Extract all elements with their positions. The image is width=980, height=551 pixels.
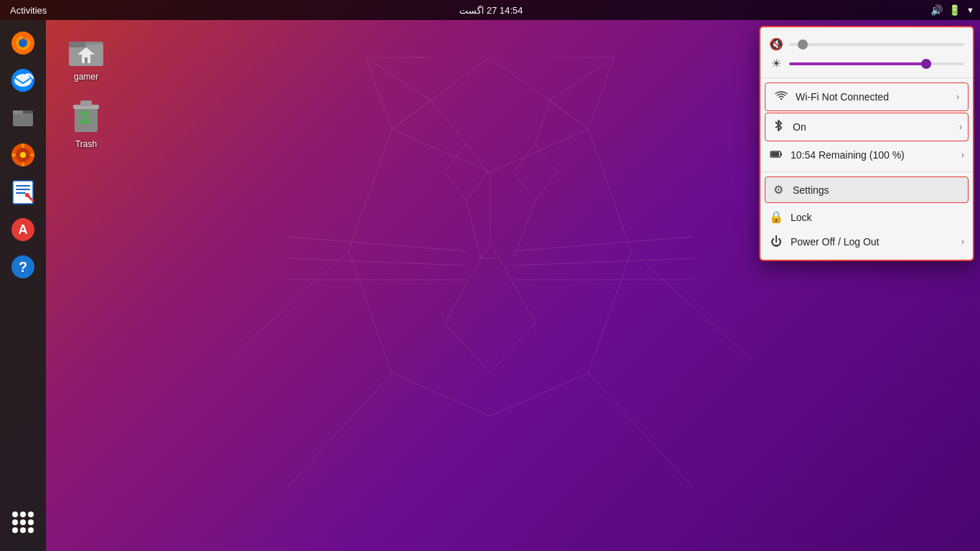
svg-line-6 xyxy=(287,237,466,251)
wifi-menu-item[interactable]: Wi-Fi Not Connected › xyxy=(765,83,969,111)
dock-item-files[interactable] xyxy=(6,100,40,135)
lock-label: Lock xyxy=(791,212,964,223)
appstore-icon: A xyxy=(10,217,36,242)
svg-point-39 xyxy=(20,152,26,158)
poweroff-menu-item[interactable]: ⏻ Power Off / Log Out › xyxy=(760,230,973,254)
sound-icon[interactable]: 🔊 xyxy=(930,4,943,16)
svg-point-49 xyxy=(25,193,29,197)
svg-rect-46 xyxy=(16,185,30,187)
svg-line-10 xyxy=(514,258,693,265)
svg-marker-5 xyxy=(550,57,614,129)
home-folder-svg xyxy=(66,29,106,69)
topbar-right: 🔊 🔋 ▼ xyxy=(930,4,974,16)
system-menu-button[interactable]: ▼ xyxy=(966,6,974,14)
bluetooth-menu-item[interactable]: On › xyxy=(765,113,969,141)
trash-svg xyxy=(66,96,106,136)
grid-icon xyxy=(12,512,34,533)
svg-line-21 xyxy=(287,373,392,488)
desktop-icon-gamer[interactable]: gamer xyxy=(57,29,115,82)
dock-item-thunderbird[interactable] xyxy=(6,63,40,98)
wifi-arrow: › xyxy=(956,92,959,102)
svg-rect-62 xyxy=(80,100,92,106)
folder-home-icon xyxy=(66,29,106,69)
firefox-icon xyxy=(10,30,36,56)
battery-svg xyxy=(770,150,783,159)
svg-line-22 xyxy=(588,373,693,488)
svg-line-12 xyxy=(392,129,490,172)
svg-line-23 xyxy=(230,251,349,359)
desktop-icon-trash[interactable]: Trash xyxy=(57,96,115,149)
lock-menu-item[interactable]: 🔒 Lock xyxy=(760,204,973,230)
battery-icon[interactable]: 🔋 xyxy=(948,4,961,16)
svg-line-24 xyxy=(631,251,750,359)
topbar-datetime: 14:54 27 اگست xyxy=(459,5,523,16)
dock-item-appstore[interactable]: A xyxy=(6,212,40,247)
svg-rect-36 xyxy=(13,110,23,114)
poweroff-label: Power Off / Log Out xyxy=(791,236,954,248)
system-menu-popup: 🔇 ☀ Wi-Fi Not Connected › xyxy=(759,26,974,261)
svg-rect-65 xyxy=(781,153,782,156)
bluetooth-label: On xyxy=(793,121,952,133)
svg-text:A: A xyxy=(19,222,28,237)
svg-point-31 xyxy=(19,39,27,47)
settings-icon: ⚙ xyxy=(771,183,786,197)
bluetooth-svg xyxy=(773,119,784,132)
battery-arrow: › xyxy=(961,150,964,160)
help-icon: ? xyxy=(10,254,36,280)
svg-rect-43 xyxy=(30,154,34,156)
svg-line-17 xyxy=(445,258,481,323)
brightness-row: ☀ xyxy=(760,54,973,73)
svg-marker-1 xyxy=(445,143,488,201)
dock-item-writer[interactable] xyxy=(6,175,40,209)
dock: A ? xyxy=(0,20,46,551)
settings-label: Settings xyxy=(793,184,962,196)
separator-1 xyxy=(760,77,973,78)
svg-line-15 xyxy=(466,201,481,258)
svg-rect-48 xyxy=(16,192,26,194)
topbar-left: Activities xyxy=(6,5,51,16)
svg-line-9 xyxy=(514,237,693,251)
thunderbird-icon xyxy=(10,67,36,93)
desktop-icon-gamer-label: gamer xyxy=(74,72,98,82)
activities-button[interactable]: Activities xyxy=(6,5,51,16)
desktop-icon-trash-label: Trash xyxy=(75,139,97,149)
wifi-icon xyxy=(774,89,788,105)
brightness-slider[interactable] xyxy=(789,62,964,65)
svg-marker-3 xyxy=(481,244,499,258)
svg-rect-42 xyxy=(11,154,16,156)
svg-line-26 xyxy=(535,100,550,143)
svg-rect-41 xyxy=(22,162,24,166)
svg-rect-56 xyxy=(69,42,86,47)
show-applications-button[interactable] xyxy=(6,505,40,540)
dock-item-help[interactable]: ? xyxy=(6,250,40,284)
svg-line-13 xyxy=(490,129,588,172)
volume-icon: 🔇 xyxy=(769,37,783,51)
volume-slider[interactable] xyxy=(789,43,964,46)
settings-menu-item[interactable]: ⚙ Settings xyxy=(765,176,969,203)
svg-line-25 xyxy=(430,100,466,143)
separator-2 xyxy=(760,171,973,172)
volume-row: 🔇 xyxy=(760,34,973,54)
battery-menu-item[interactable]: 10:54 Remaining (100 %) › xyxy=(760,143,973,167)
files-icon xyxy=(10,105,36,131)
svg-line-7 xyxy=(287,258,466,265)
desktop: Activities 14:54 27 اگست 🔊 🔋 ▼ xyxy=(0,0,980,551)
rhythmbox-icon xyxy=(10,142,36,168)
battery-remaining-label: 10:54 Remaining (100 %) xyxy=(791,149,954,161)
bluetooth-arrow: › xyxy=(959,122,962,132)
topbar: Activities 14:54 27 اگست 🔊 🔋 ▼ xyxy=(0,0,980,20)
svg-line-18 xyxy=(499,258,535,323)
wifi-label: Wi-Fi Not Connected xyxy=(796,91,949,103)
brightness-icon: ☀ xyxy=(769,57,783,70)
svg-point-33 xyxy=(14,74,32,87)
svg-rect-47 xyxy=(16,189,30,190)
wifi-svg xyxy=(775,89,788,102)
svg-line-19 xyxy=(445,323,490,373)
dock-item-rhythmbox[interactable] xyxy=(6,138,40,172)
svg-line-20 xyxy=(490,323,535,373)
lock-icon: 🔒 xyxy=(769,210,783,224)
svg-rect-59 xyxy=(85,57,88,63)
poweroff-arrow: › xyxy=(961,237,964,247)
dock-item-firefox[interactable] xyxy=(6,26,40,60)
svg-marker-4 xyxy=(366,57,430,129)
